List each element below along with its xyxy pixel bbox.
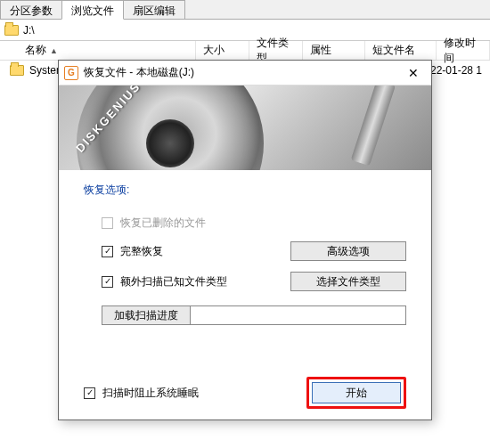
option-label: 额外扫描已知文件类型 xyxy=(120,274,227,289)
start-highlight: 开始 xyxy=(306,377,406,409)
dialog-banner: DISKGENIUS xyxy=(59,86,431,170)
select-file-types-button[interactable]: 选择文件类型 xyxy=(290,272,406,291)
option-label: 完整恢复 xyxy=(120,244,163,259)
tab-sector-edit[interactable]: 扇区编辑 xyxy=(123,0,185,19)
dialog-bottom-row: 扫描时阻止系统睡眠 开始 xyxy=(84,361,406,409)
option-recover-deleted: 恢复已删除的文件 xyxy=(102,216,406,231)
sort-asc-icon: ▲ xyxy=(50,46,58,55)
close-icon[interactable]: ✕ xyxy=(401,66,426,80)
column-headers: 名称▲ 大小 文件类型 属性 短文件名 修改时间 xyxy=(0,41,490,61)
start-button[interactable]: 开始 xyxy=(312,382,401,403)
tab-browse-files[interactable]: 浏览文件 xyxy=(61,0,124,20)
advanced-options-button[interactable]: 高级选项 xyxy=(290,241,406,261)
checkbox-prevent-sleep[interactable] xyxy=(84,387,95,399)
load-progress-row: 加载扫描进度 xyxy=(102,305,406,325)
col-size[interactable]: 大小 xyxy=(196,41,249,60)
checkbox-recover-deleted xyxy=(102,217,113,229)
col-short[interactable]: 短文件名 xyxy=(365,41,437,60)
col-mod[interactable]: 修改时间 xyxy=(437,41,490,60)
path-text: J:\ xyxy=(23,24,35,37)
col-attr[interactable]: 属性 xyxy=(303,41,365,60)
load-scan-progress-button[interactable]: 加载扫描进度 xyxy=(102,305,191,325)
option-extra-scan: 额外扫描已知文件类型 选择文件类型 xyxy=(102,272,406,291)
col-name[interactable]: 名称▲ xyxy=(0,41,196,60)
tab-partition-params[interactable]: 分区参数 xyxy=(0,0,62,19)
main-tabs: 分区参数 浏览文件 扇区编辑 xyxy=(0,0,490,20)
option-label: 扫描时阻止系统睡眠 xyxy=(102,386,199,401)
dialog-title: 恢复文件 - 本地磁盘(J:) xyxy=(84,65,401,80)
load-progress-field[interactable] xyxy=(191,305,406,325)
option-label: 恢复已删除的文件 xyxy=(120,216,206,231)
checkbox-extra-scan[interactable] xyxy=(102,276,113,288)
col-type[interactable]: 文件类型 xyxy=(249,41,303,60)
option-full-recover: 完整恢复 高级选项 xyxy=(102,241,406,261)
dialog-titlebar: G 恢复文件 - 本地磁盘(J:) ✕ xyxy=(59,61,431,86)
app-icon: G xyxy=(64,66,78,80)
dialog-body: 恢复选项: 恢复已删除的文件 完整恢复 高级选项 额外扫描已知文件类型 选择文件… xyxy=(59,170,431,419)
section-title: 恢复选项: xyxy=(84,183,406,198)
folder-icon xyxy=(10,65,24,76)
path-bar: J:\ xyxy=(0,20,490,41)
recover-dialog: G 恢复文件 - 本地磁盘(J:) ✕ DISKGENIUS 恢复选项: 恢复已… xyxy=(58,60,432,420)
folder-icon xyxy=(4,25,19,36)
checkbox-full-recover[interactable] xyxy=(102,246,113,257)
disk-arm-graphic xyxy=(351,86,396,166)
